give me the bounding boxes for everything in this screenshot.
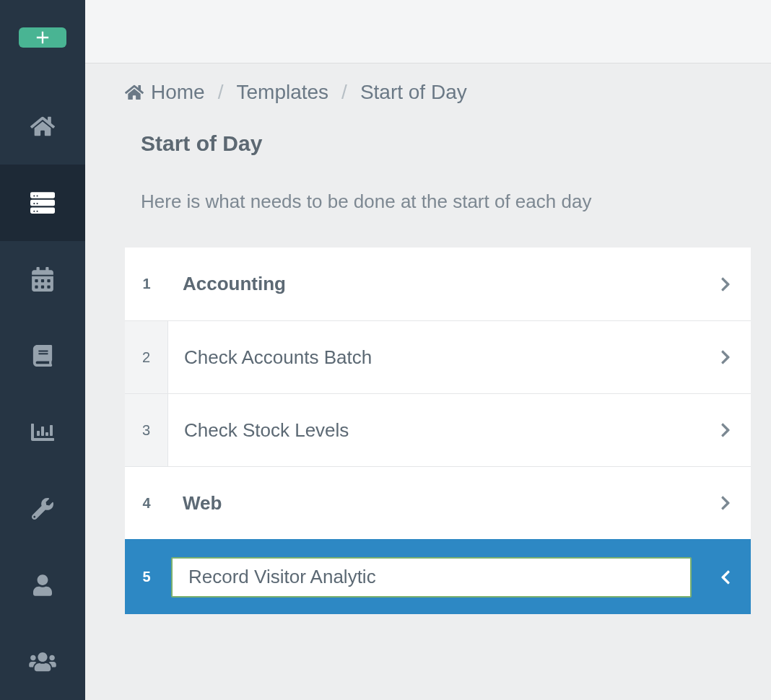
add-button[interactable] [19,27,66,48]
expand-row[interactable] [700,276,751,292]
row-number: 4 [125,495,168,512]
content: Home / Templates / Start of Day Start of… [85,64,771,614]
nav-home[interactable] [0,88,85,165]
chevron-right-icon [720,495,731,511]
task-name-input[interactable] [171,557,692,598]
nav-calendar[interactable] [0,241,85,318]
row-label: Accounting [168,273,700,295]
nav-book[interactable] [0,318,85,394]
row-label: Web [168,492,700,515]
calendar-icon [32,267,53,292]
row-number: 2 [125,321,168,393]
breadcrumb-home-label: Home [151,81,205,104]
page-title: Start of Day [141,131,751,156]
breadcrumb-separator: / [337,81,352,104]
nav-reports[interactable] [0,394,85,471]
expand-row[interactable] [700,349,751,365]
server-icon [30,191,55,215]
breadcrumb-separator: / [214,81,228,104]
chevron-right-icon [720,276,731,292]
breadcrumb: Home / Templates / Start of Day [125,81,751,104]
list-section[interactable]: 1 Accounting [125,248,751,320]
row-label: Check Accounts Batch [168,346,700,369]
book-icon [32,345,53,367]
row-label: Check Stock Levels [168,419,700,442]
nav-users[interactable] [0,624,85,700]
sidebar-nav [0,88,85,700]
user-icon [33,574,52,596]
users-icon [29,651,56,673]
row-number: 5 [125,569,168,585]
collapse-row[interactable] [700,569,751,585]
plus-icon [32,27,53,48]
sidebar [0,0,85,700]
nav-settings[interactable] [0,471,85,547]
breadcrumb-home[interactable]: Home [125,81,205,104]
expand-row[interactable] [700,495,751,511]
expand-row[interactable] [700,422,751,438]
list-item-editing[interactable]: 5 [125,539,751,614]
row-number: 1 [125,276,168,292]
list-item[interactable]: 3 Check Stock Levels [125,393,751,466]
chevron-right-icon [720,422,731,438]
nav-templates[interactable] [0,165,85,241]
list-item[interactable]: 2 Check Accounts Batch [125,320,751,393]
list-section[interactable]: 4 Web [125,466,751,539]
chevron-right-icon [720,349,731,365]
breadcrumb-templates[interactable]: Templates [236,81,328,104]
task-list: 1 Accounting 2 Check Accounts Batch 3 Ch… [125,248,751,614]
main: Home / Templates / Start of Day Start of… [85,0,771,700]
breadcrumb-current: Start of Day [360,81,467,104]
chart-icon [31,421,54,444]
wrench-icon [32,498,53,520]
top-bar [85,0,771,64]
home-icon [30,114,55,139]
nav-user[interactable] [0,547,85,624]
home-icon [125,83,144,102]
row-number: 3 [125,394,168,466]
chevron-left-icon [720,569,731,585]
page-description: Here is what needs to be done at the sta… [141,191,751,213]
